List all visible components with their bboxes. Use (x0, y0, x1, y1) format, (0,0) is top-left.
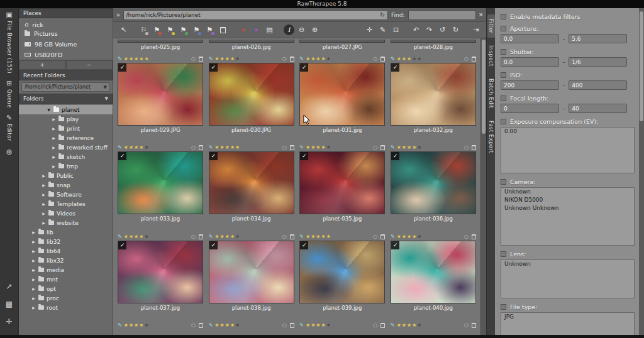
thumbnail-image[interactable]: ✓ (391, 151, 476, 214)
star-icon[interactable]: ★ (412, 57, 416, 62)
folders-header[interactable]: Folders ▼ (19, 94, 113, 104)
tab-fast-export[interactable]: Fast Export (487, 116, 495, 158)
show-original-button[interactable]: ● (237, 24, 249, 36)
star-icon[interactable]: ★ (235, 323, 240, 328)
focal-length-checkbox[interactable] (501, 95, 506, 101)
star-icon[interactable]: ★ (316, 145, 320, 150)
place-item-usb20fd[interactable]: USB20FD (19, 50, 113, 59)
folder-item-root[interactable]: ▶root (19, 303, 113, 312)
show-edited-button[interactable]: ● (250, 24, 262, 36)
star-icon[interactable]: ★ (311, 145, 315, 150)
rotate-right-button[interactable]: ↻ (450, 24, 462, 36)
star-icon[interactable]: ★ (134, 323, 138, 328)
star-icon[interactable]: ★ (306, 323, 310, 328)
color-label-icon[interactable]: ○ (282, 57, 287, 62)
zoom-out-button[interactable]: ⊖ (296, 24, 308, 36)
tab-queue[interactable]: ⊞Queue (6, 80, 13, 108)
trash-icon[interactable] (199, 57, 203, 62)
thumbnail-cell[interactable]: ✎★★★★★○✓planet-033.jpg (116, 144, 205, 222)
hand-tool-button[interactable]: ✛ (364, 24, 375, 36)
star-icon[interactable]: ★ (144, 145, 148, 150)
star-icon[interactable]: ★ (311, 234, 315, 239)
expander-icon[interactable]: ▶ (52, 126, 56, 131)
thumbnail-cell[interactable]: ✎★★★★★○✓planet-036.jpg (389, 144, 478, 222)
star-icon[interactable]: ★ (321, 234, 326, 239)
star-icon[interactable]: ★ (214, 234, 219, 239)
star-icon[interactable]: ★ (417, 323, 421, 328)
toggle-right-panel-button[interactable]: ⇥ (470, 24, 482, 36)
trash-icon[interactable] (472, 234, 476, 239)
star-icon[interactable]: ★ (124, 145, 128, 150)
folder-item-play[interactable]: ▶play (19, 114, 113, 124)
selected-check-overlay[interactable]: ✓ (118, 63, 126, 72)
folder-item-snap[interactable]: ▶snap (19, 180, 113, 190)
remove-place-button[interactable]: − (66, 60, 113, 70)
folder-item-tmp[interactable]: ▶tmp (19, 161, 113, 171)
panel-scrollbar[interactable] (639, 8, 644, 335)
star-icon[interactable]: ★ (412, 323, 416, 328)
thumbnail-cell[interactable]: ✎★★★★★○✓planet-040.jpg (389, 233, 478, 311)
find-input[interactable] (408, 10, 476, 20)
grid-icon[interactable]: ▩ (6, 300, 13, 308)
trash-icon[interactable] (472, 145, 476, 150)
thumbnail-cell[interactable]: ✎★★★★★○✓planet-037.jpg (116, 233, 205, 311)
star-icon[interactable]: ★ (326, 145, 331, 150)
star-icon[interactable]: ★ (412, 145, 416, 150)
star-icon[interactable]: ★ (326, 323, 331, 328)
selected-check-overlay[interactable]: ✓ (300, 63, 308, 72)
exif-info-button[interactable]: i (284, 25, 294, 35)
star-icon[interactable]: ★ (134, 234, 138, 239)
toggle-path-button[interactable]: » (116, 12, 120, 18)
expander-icon[interactable]: ▶ (31, 296, 36, 300)
trash-icon[interactable] (380, 57, 385, 62)
folder-item-print[interactable]: ▶print (19, 124, 113, 133)
selected-check-overlay[interactable]: ✓ (209, 241, 218, 249)
add-place-button[interactable]: + (19, 60, 66, 70)
folder-item-software[interactable]: ▶Software (19, 190, 113, 199)
expander-icon[interactable]: ▶ (42, 221, 46, 225)
filter-to-input[interactable] (569, 57, 627, 67)
thumbnail-image[interactable]: ✓ (118, 151, 203, 214)
color-label-icon[interactable]: ○ (373, 57, 377, 62)
expander-icon[interactable]: ▶ (31, 249, 36, 253)
window-titlebar[interactable]: RawTherapee 5.8 (0, 0, 644, 8)
thumbnail-image[interactable]: ✓ (118, 241, 203, 303)
expander-icon[interactable]: ▶ (31, 258, 36, 263)
star-icon[interactable]: ★ (144, 234, 148, 239)
color-label-icon[interactable]: ○ (282, 145, 287, 150)
folder-item-sketch[interactable]: ▶sketch (19, 152, 113, 161)
label-filter-green-button[interactable]: ⚑ (177, 24, 189, 36)
star-icon[interactable]: ★ (235, 57, 240, 62)
star-icon[interactable]: ★ (311, 323, 315, 328)
thumbnail-image[interactable]: ✓ (299, 63, 385, 126)
star-icon[interactable]: ★ (306, 234, 310, 239)
star-icon[interactable]: ★ (417, 57, 421, 62)
star-icon[interactable]: ★ (134, 145, 138, 150)
color-label-icon[interactable]: ○ (464, 323, 469, 328)
star-icon[interactable]: ★ (397, 57, 401, 62)
star-icon[interactable]: ★ (306, 57, 310, 62)
star-icon[interactable]: ★ (124, 234, 128, 239)
expander-icon[interactable]: ▶ (52, 117, 56, 121)
star-icon[interactable]: ★ (407, 234, 411, 239)
redo-button[interactable]: ↷ (423, 24, 435, 36)
thumbnail-image[interactable]: ✓ (391, 241, 476, 303)
filter-edited-button[interactable]: ⚐ (138, 24, 150, 36)
star-icon[interactable]: ★ (225, 145, 230, 150)
star-icon[interactable]: ★ (407, 57, 411, 62)
star-icon[interactable]: ★ (144, 323, 148, 328)
path-input[interactable]: /home/rick/Pictures/planet ↻ (123, 10, 389, 20)
color-label-icon[interactable]: ○ (282, 323, 287, 328)
expander-icon[interactable]: ▶ (52, 136, 56, 140)
external-editor-icon[interactable]: ↗ (6, 283, 12, 290)
tab-file[interactable]: ▣File Browser (155) (6, 11, 12, 74)
color-label-icon[interactable]: ○ (464, 234, 469, 239)
tab-filter[interactable]: Filter (487, 14, 495, 38)
folder-item-public[interactable]: ▶Public (19, 171, 113, 180)
folder-item-reworked-stuff[interactable]: ▶reworked stuff (19, 143, 113, 152)
star-icon[interactable]: ★ (124, 323, 128, 328)
trash-icon[interactable] (290, 57, 294, 62)
place-item-rick[interactable]: ⌂rick (19, 20, 113, 29)
thumbnail-image[interactable]: ✓ (299, 241, 385, 303)
color-label-icon[interactable]: ○ (464, 145, 469, 150)
